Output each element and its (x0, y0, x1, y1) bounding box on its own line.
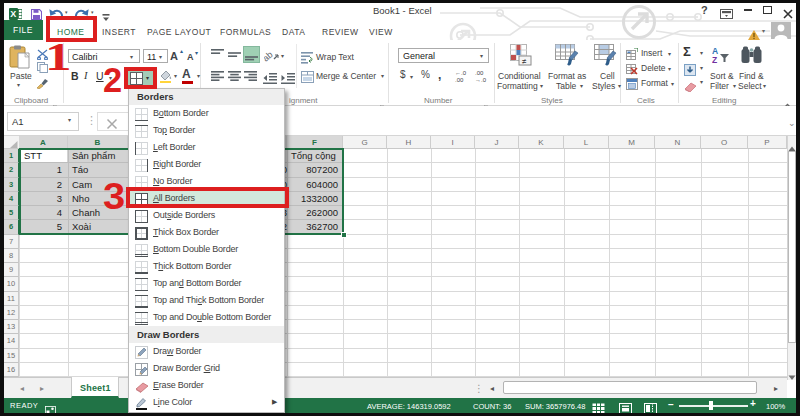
svg-text:←.0: ←.0 (455, 70, 467, 76)
svg-text:.00: .00 (475, 70, 484, 76)
svg-text:.00: .00 (455, 77, 464, 82)
svg-text:→.0: →.0 (475, 77, 487, 82)
svg-text:X: X (10, 9, 16, 19)
svg-text:≠: ≠ (522, 57, 527, 66)
svg-text:ab: ab (264, 49, 275, 62)
svg-text:Z: Z (712, 55, 717, 65)
